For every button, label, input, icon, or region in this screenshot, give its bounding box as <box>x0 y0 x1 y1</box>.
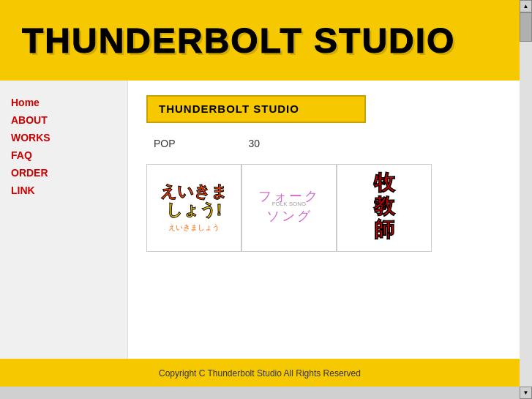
sidebar-item-order[interactable]: ORDER <box>11 165 116 180</box>
sidebar: Home ABOUT WORKS FAQ ORDER LINK <box>0 81 128 359</box>
gallery-item-3[interactable]: 牧 教 師 <box>337 164 432 252</box>
scroll-down-button[interactable]: ▼ <box>520 387 532 399</box>
sidebar-link-about[interactable]: ABOUT <box>11 113 116 127</box>
sidebar-item-home[interactable]: Home <box>11 95 116 110</box>
scroll-down-icon: ▼ <box>523 389 529 396</box>
header: THUNDERBOLT STUDIO <box>0 0 520 81</box>
gallery-item-2[interactable]: フォーク FOLK SONG ソング <box>241 164 337 252</box>
sidebar-link-faq[interactable]: FAQ <box>11 148 116 163</box>
gallery: えいきま しょう! えいきましょう フォーク FOLK SONG ソング <box>146 164 501 252</box>
scroll-up-icon: ▲ <box>523 3 529 10</box>
svg-text:しょう!: しょう! <box>166 201 222 219</box>
scrollbar: ▲ ▼ <box>520 0 532 399</box>
works-count: 30 <box>249 138 261 149</box>
scroll-up-button[interactable]: ▲ <box>520 0 532 12</box>
svg-text:えいきま: えいきま <box>160 182 228 201</box>
sidebar-link-link[interactable]: LINK <box>11 183 116 198</box>
footer: Copyright C Thunderbolt Studio All Right… <box>0 359 520 387</box>
sidebar-item-works[interactable]: WORKS <box>11 130 116 145</box>
content-area: THUNDERBOLT STUDIO POP 30 えいきま しょう! えいきま… <box>128 81 520 359</box>
svg-text:えいきましょう: えいきましょう <box>168 223 220 231</box>
gallery-item-1[interactable]: えいきま しょう! えいきましょう <box>146 164 241 252</box>
sidebar-link-works[interactable]: WORKS <box>11 130 116 145</box>
sidebar-link-home[interactable]: Home <box>11 95 116 110</box>
sidebar-link-order[interactable]: ORDER <box>11 165 116 180</box>
sidebar-nav: Home ABOUT WORKS FAQ ORDER LINK <box>11 95 116 198</box>
svg-text:ソング: ソング <box>266 209 312 223</box>
site-title: THUNDERBOLT STUDIO <box>22 20 455 61</box>
svg-text:FOLK SONG: FOLK SONG <box>272 201 307 207</box>
sidebar-item-about[interactable]: ABOUT <box>11 113 116 127</box>
sidebar-item-link[interactable]: LINK <box>11 183 116 198</box>
svg-text:師: 師 <box>374 218 394 241</box>
scroll-track[interactable] <box>520 12 532 387</box>
svg-rect-4 <box>245 168 333 248</box>
works-info: POP 30 <box>146 138 501 149</box>
copyright-text: Copyright C Thunderbolt Studio All Right… <box>159 368 361 379</box>
section-title: THUNDERBOLT STUDIO <box>159 102 299 115</box>
sidebar-item-faq[interactable]: FAQ <box>11 148 116 163</box>
svg-text:教: 教 <box>373 195 395 217</box>
svg-text:牧: 牧 <box>373 171 395 194</box>
page-wrapper: THUNDERBOLT STUDIO Home ABOUT WORKS FAQ … <box>0 0 520 387</box>
main-area: Home ABOUT WORKS FAQ ORDER LINK <box>0 81 520 359</box>
works-category: POP <box>154 138 176 149</box>
scroll-thumb[interactable] <box>520 12 532 42</box>
section-title-box: THUNDERBOLT STUDIO <box>146 95 366 123</box>
